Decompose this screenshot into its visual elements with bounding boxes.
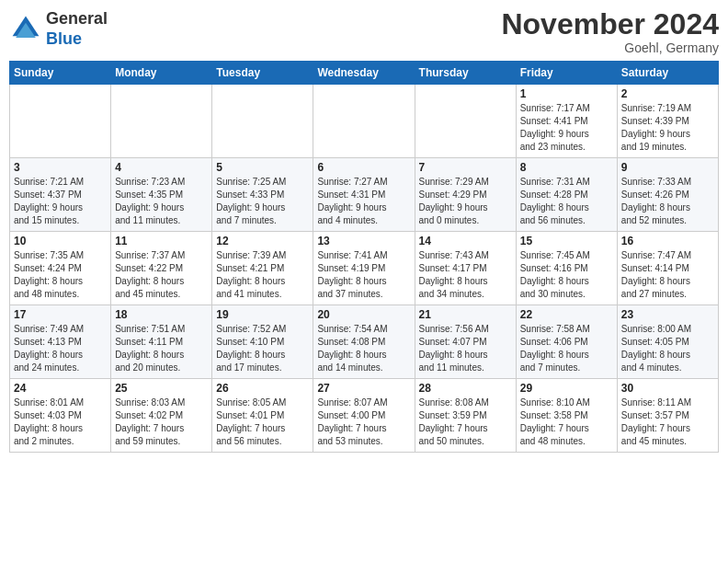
day-info: Sunrise: 7:51 AM Sunset: 4:11 PM Dayligh… — [115, 323, 208, 374]
table-cell: 3Sunrise: 7:21 AM Sunset: 4:37 PM Daylig… — [10, 158, 111, 232]
week-row-2: 10Sunrise: 7:35 AM Sunset: 4:24 PM Dayli… — [10, 232, 719, 305]
logo-icon — [9, 13, 42, 46]
day-info: Sunrise: 8:05 AM Sunset: 4:01 PM Dayligh… — [216, 396, 309, 448]
table-cell: 8Sunrise: 7:31 AM Sunset: 4:28 PM Daylig… — [516, 158, 617, 232]
logo: General Blue — [9, 9, 108, 49]
day-number: 30 — [621, 382, 714, 395]
day-number: 29 — [520, 382, 613, 395]
day-info: Sunrise: 8:01 AM Sunset: 4:03 PM Dayligh… — [14, 396, 107, 448]
day-info: Sunrise: 7:43 AM Sunset: 4:17 PM Dayligh… — [419, 249, 512, 301]
day-info: Sunrise: 7:17 AM Sunset: 4:41 PM Dayligh… — [520, 102, 613, 154]
day-number: 4 — [115, 161, 208, 174]
table-cell: 29Sunrise: 8:10 AM Sunset: 3:58 PM Dayli… — [516, 379, 617, 453]
col-sunday: Sunday — [10, 62, 111, 85]
table-cell: 16Sunrise: 7:47 AM Sunset: 4:14 PM Dayli… — [617, 232, 718, 305]
day-number: 20 — [317, 308, 410, 321]
col-friday: Friday — [516, 62, 617, 85]
day-number: 21 — [419, 308, 512, 321]
day-number: 22 — [520, 308, 613, 321]
week-row-3: 17Sunrise: 7:49 AM Sunset: 4:13 PM Dayli… — [10, 305, 719, 379]
day-number: 8 — [520, 161, 613, 174]
table-cell — [111, 85, 212, 158]
day-info: Sunrise: 8:11 AM Sunset: 3:57 PM Dayligh… — [621, 396, 714, 448]
table-cell: 23Sunrise: 8:00 AM Sunset: 4:05 PM Dayli… — [617, 305, 718, 379]
day-info: Sunrise: 7:56 AM Sunset: 4:07 PM Dayligh… — [419, 323, 512, 374]
day-number: 7 — [419, 161, 512, 174]
col-tuesday: Tuesday — [212, 62, 313, 85]
day-number: 2 — [621, 87, 714, 100]
day-info: Sunrise: 7:49 AM Sunset: 4:13 PM Dayligh… — [14, 323, 107, 374]
day-number: 3 — [14, 161, 107, 174]
col-monday: Monday — [111, 62, 212, 85]
day-info: Sunrise: 7:33 AM Sunset: 4:26 PM Dayligh… — [621, 176, 714, 227]
title-area: November 2024 Goehl, Germany — [501, 9, 719, 55]
day-number: 13 — [317, 235, 410, 247]
table-cell: 2Sunrise: 7:19 AM Sunset: 4:39 PM Daylig… — [617, 85, 718, 158]
day-info: Sunrise: 7:37 AM Sunset: 4:22 PM Dayligh… — [115, 249, 208, 301]
day-info: Sunrise: 7:29 AM Sunset: 4:29 PM Dayligh… — [419, 176, 512, 227]
table-cell: 30Sunrise: 8:11 AM Sunset: 3:57 PM Dayli… — [617, 379, 718, 453]
table-cell — [415, 85, 516, 158]
page-header: General Blue November 2024 Goehl, German… — [9, 9, 719, 55]
day-number: 1 — [520, 87, 613, 100]
day-number: 17 — [14, 308, 107, 321]
day-info: Sunrise: 7:21 AM Sunset: 4:37 PM Dayligh… — [14, 176, 107, 227]
table-cell: 18Sunrise: 7:51 AM Sunset: 4:11 PM Dayli… — [111, 305, 212, 379]
day-number: 28 — [419, 382, 512, 395]
table-cell: 26Sunrise: 8:05 AM Sunset: 4:01 PM Dayli… — [212, 379, 313, 453]
day-number: 9 — [621, 161, 714, 174]
table-cell: 13Sunrise: 7:41 AM Sunset: 4:19 PM Dayli… — [313, 232, 415, 305]
day-number: 5 — [216, 161, 309, 174]
day-number: 23 — [621, 308, 714, 321]
table-cell — [212, 85, 313, 158]
table-cell: 12Sunrise: 7:39 AM Sunset: 4:21 PM Dayli… — [212, 232, 313, 305]
table-cell: 7Sunrise: 7:29 AM Sunset: 4:29 PM Daylig… — [415, 158, 516, 232]
table-cell: 28Sunrise: 8:08 AM Sunset: 3:59 PM Dayli… — [415, 379, 516, 453]
day-number: 12 — [216, 235, 309, 247]
table-cell: 9Sunrise: 7:33 AM Sunset: 4:26 PM Daylig… — [617, 158, 718, 232]
day-number: 6 — [317, 161, 410, 174]
table-cell: 5Sunrise: 7:25 AM Sunset: 4:33 PM Daylig… — [212, 158, 313, 232]
calendar-header-row: Sunday Monday Tuesday Wednesday Thursday… — [10, 62, 719, 85]
day-info: Sunrise: 8:08 AM Sunset: 3:59 PM Dayligh… — [419, 396, 512, 448]
day-number: 11 — [115, 235, 208, 247]
location: Goehl, Germany — [501, 40, 719, 55]
table-cell: 19Sunrise: 7:52 AM Sunset: 4:10 PM Dayli… — [212, 305, 313, 379]
day-number: 24 — [14, 382, 107, 395]
day-info: Sunrise: 8:03 AM Sunset: 4:02 PM Dayligh… — [115, 396, 208, 448]
table-cell: 20Sunrise: 7:54 AM Sunset: 4:08 PM Dayli… — [313, 305, 415, 379]
day-number: 16 — [621, 235, 714, 247]
day-number: 26 — [216, 382, 309, 395]
day-info: Sunrise: 7:19 AM Sunset: 4:39 PM Dayligh… — [621, 102, 714, 154]
week-row-1: 3Sunrise: 7:21 AM Sunset: 4:37 PM Daylig… — [10, 158, 719, 232]
day-info: Sunrise: 8:10 AM Sunset: 3:58 PM Dayligh… — [520, 396, 613, 448]
week-row-4: 24Sunrise: 8:01 AM Sunset: 4:03 PM Dayli… — [10, 379, 719, 453]
day-info: Sunrise: 8:00 AM Sunset: 4:05 PM Dayligh… — [621, 323, 714, 374]
day-number: 18 — [115, 308, 208, 321]
table-cell: 10Sunrise: 7:35 AM Sunset: 4:24 PM Dayli… — [10, 232, 111, 305]
week-row-0: 1Sunrise: 7:17 AM Sunset: 4:41 PM Daylig… — [10, 85, 719, 158]
day-info: Sunrise: 7:54 AM Sunset: 4:08 PM Dayligh… — [317, 323, 410, 374]
table-cell: 6Sunrise: 7:27 AM Sunset: 4:31 PM Daylig… — [313, 158, 415, 232]
logo-text: General Blue — [46, 9, 108, 49]
day-number: 19 — [216, 308, 309, 321]
day-number: 10 — [14, 235, 107, 247]
table-cell: 22Sunrise: 7:58 AM Sunset: 4:06 PM Dayli… — [516, 305, 617, 379]
table-cell: 24Sunrise: 8:01 AM Sunset: 4:03 PM Dayli… — [10, 379, 111, 453]
calendar: Sunday Monday Tuesday Wednesday Thursday… — [9, 61, 719, 453]
day-info: Sunrise: 7:47 AM Sunset: 4:14 PM Dayligh… — [621, 249, 714, 301]
month-title: November 2024 — [501, 9, 719, 39]
day-info: Sunrise: 8:07 AM Sunset: 4:00 PM Dayligh… — [317, 396, 410, 448]
table-cell: 27Sunrise: 8:07 AM Sunset: 4:00 PM Dayli… — [313, 379, 415, 453]
table-cell: 17Sunrise: 7:49 AM Sunset: 4:13 PM Dayli… — [10, 305, 111, 379]
day-number: 27 — [317, 382, 410, 395]
day-info: Sunrise: 7:58 AM Sunset: 4:06 PM Dayligh… — [520, 323, 613, 374]
day-info: Sunrise: 7:45 AM Sunset: 4:16 PM Dayligh… — [520, 249, 613, 301]
day-info: Sunrise: 7:23 AM Sunset: 4:35 PM Dayligh… — [115, 176, 208, 227]
table-cell: 11Sunrise: 7:37 AM Sunset: 4:22 PM Dayli… — [111, 232, 212, 305]
table-cell — [10, 85, 111, 158]
day-info: Sunrise: 7:35 AM Sunset: 4:24 PM Dayligh… — [14, 249, 107, 301]
table-cell — [313, 85, 415, 158]
col-wednesday: Wednesday — [313, 62, 415, 85]
day-info: Sunrise: 7:31 AM Sunset: 4:28 PM Dayligh… — [520, 176, 613, 227]
